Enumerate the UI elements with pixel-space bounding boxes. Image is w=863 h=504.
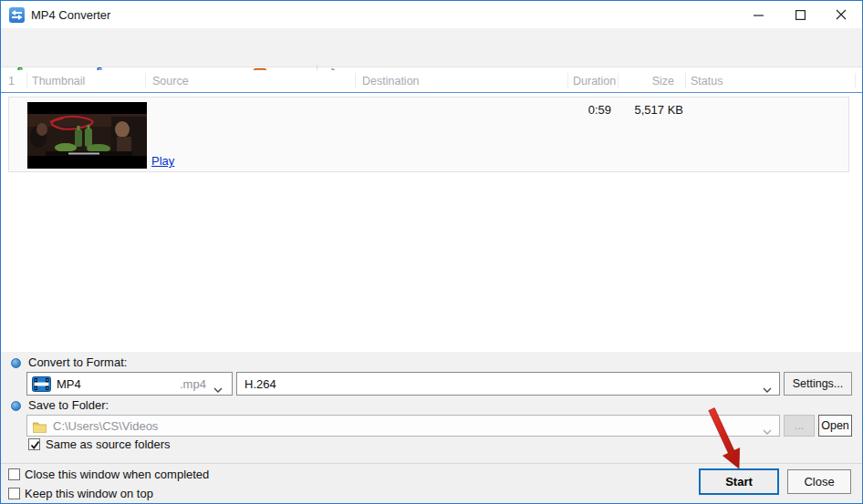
keep-on-top-label: Keep this window on top xyxy=(25,487,153,500)
bullet-icon xyxy=(11,358,21,368)
title-bar: MP4 Converter xyxy=(1,1,862,28)
format-panel: Convert to Format: MP4 .mp4 xyxy=(1,352,862,463)
open-folder-button[interactable]: Open xyxy=(818,415,852,437)
start-button[interactable]: Start xyxy=(699,468,779,495)
same-as-source-checkbox[interactable] xyxy=(28,438,40,450)
codec-value: H.264 xyxy=(244,377,276,391)
play-link[interactable]: Play xyxy=(151,154,174,168)
chevron-down-icon xyxy=(213,381,222,386)
column-divider xyxy=(26,73,27,88)
convert-format-label: Convert to Format: xyxy=(28,355,127,369)
header-number[interactable]: 1 xyxy=(8,75,15,87)
bottom-bar: Close this window when completed Keep th… xyxy=(1,463,862,504)
duration-value: 0:59 xyxy=(549,103,611,117)
file-list: Play 0:59 5,517 KB xyxy=(1,93,862,352)
column-divider xyxy=(855,73,856,88)
keep-on-top-checkbox[interactable] xyxy=(8,488,20,499)
window-title: MP4 Converter xyxy=(31,8,110,22)
column-divider xyxy=(618,73,619,88)
close-button[interactable]: Close xyxy=(787,469,851,494)
format-extension: .mp4 xyxy=(180,377,206,391)
header-duration[interactable]: Duration xyxy=(573,75,616,87)
header-status[interactable]: Status xyxy=(691,75,723,87)
header-source[interactable]: Source xyxy=(152,75,189,87)
folder-path-dropdown[interactable]: C:\Users\CS\Videos xyxy=(26,415,780,437)
column-divider xyxy=(567,73,568,88)
format-name: MP4 xyxy=(57,377,81,391)
toolbar: Add Files Add Folder Remove xyxy=(1,28,862,67)
size-value: 5,517 KB xyxy=(604,103,683,117)
browse-button[interactable]: ... xyxy=(784,415,815,437)
app-window: MP4 Converter Add Files xyxy=(0,0,863,504)
folder-path-value: C:\Users\CS\Videos xyxy=(53,419,158,433)
column-divider xyxy=(685,73,686,88)
list-header: 1 Thumbnail Source Destination Duration … xyxy=(1,70,862,93)
close-when-completed-label: Close this window when completed xyxy=(25,468,209,481)
settings-button[interactable]: Settings... xyxy=(784,372,852,396)
format-dropdown[interactable]: MP4 .mp4 xyxy=(26,372,233,396)
close-window-button[interactable] xyxy=(820,2,862,27)
chevron-down-icon xyxy=(763,381,771,386)
column-divider xyxy=(355,73,356,88)
maximize-button[interactable] xyxy=(779,2,821,27)
same-as-source-label: Same as source folders xyxy=(46,437,171,451)
folder-icon xyxy=(33,420,47,437)
close-when-completed-checkbox[interactable] xyxy=(8,468,20,480)
save-folder-label: Save to Folder: xyxy=(28,398,109,412)
chevron-down-icon xyxy=(763,423,771,428)
video-thumbnail xyxy=(27,102,147,169)
header-thumbnail[interactable]: Thumbnail xyxy=(32,75,85,87)
bullet-icon xyxy=(11,401,21,411)
table-row[interactable]: Play 0:59 5,517 KB xyxy=(8,97,849,172)
header-size[interactable]: Size xyxy=(630,75,674,87)
codec-dropdown[interactable]: H.264 xyxy=(236,372,780,396)
minimize-button[interactable] xyxy=(737,2,779,27)
film-icon xyxy=(32,376,51,396)
header-destination[interactable]: Destination xyxy=(362,75,420,87)
app-icon xyxy=(9,7,25,23)
column-divider xyxy=(145,73,146,88)
